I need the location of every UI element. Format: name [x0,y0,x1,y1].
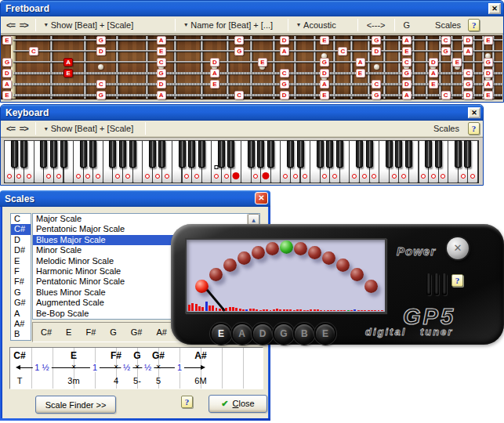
black-key[interactable] [158,140,165,168]
black-key[interactable] [425,140,432,168]
fret-note[interactable]: D [372,47,381,56]
root-note-item[interactable]: A# [11,319,31,329]
fret-note[interactable]: C [441,91,451,99]
fret-note[interactable]: C [402,58,412,67]
back-button[interactable]: <= [4,19,17,31]
fret-note[interactable]: E [402,47,412,56]
fret-note[interactable]: C [234,91,244,99]
fret-note[interactable]: E [484,91,493,99]
fret-note[interactable]: E [63,69,73,78]
fret-note[interactable]: C [157,58,166,67]
fret-note[interactable]: A [210,69,219,78]
fret-note[interactable]: G [320,58,329,67]
fret-note[interactable]: A [157,36,166,45]
black-key[interactable] [11,140,18,168]
fret-note[interactable]: G [372,36,381,45]
fret-note[interactable]: E [429,80,438,89]
fret-note[interactable]: A [402,91,412,99]
string-button-b[interactable]: B [295,324,314,343]
root-note-list[interactable]: CC#DD#EFF#GG#AA#B [10,213,31,341]
root-note-item[interactable]: C [11,214,31,224]
scales-close-icon[interactable]: ✕ [255,192,268,204]
black-key[interactable] [198,140,205,168]
show-menu-button[interactable]: ▾ Show [Beat] + [Scale] [41,19,138,31]
fret-note[interactable]: G [484,58,493,67]
black-key[interactable] [109,140,116,168]
fret-note[interactable]: G [441,47,451,56]
black-key[interactable] [89,140,96,168]
help-icon[interactable]: ? [468,122,480,135]
close-button[interactable]: ✔Close [208,395,267,413]
root-note-item[interactable]: G [11,287,31,298]
fret-note[interactable]: C [280,69,289,78]
fret-note[interactable]: D [280,36,289,45]
scales-link[interactable]: Scales [431,19,465,31]
fret-note[interactable]: A [463,47,473,56]
help-icon[interactable]: ? [181,396,193,408]
fret-note[interactable]: D [280,91,289,99]
black-key[interactable] [326,140,333,168]
fret-note[interactable]: A [63,58,73,67]
black-key[interactable] [248,140,255,168]
fret-note[interactable]: E [157,47,166,56]
black-key[interactable] [188,140,195,168]
fret-note[interactable]: E [320,91,329,99]
tuner-close-button[interactable]: ✕ [447,237,469,259]
fret-note[interactable]: G [463,80,473,89]
forward-button[interactable]: => [17,122,31,135]
keyboard-close-icon[interactable]: ✕ [468,107,480,118]
fret-note[interactable]: A [484,80,493,89]
black-key[interactable] [60,140,67,168]
fret-note[interactable]: A [402,36,412,45]
string-button-g[interactable]: G [274,324,293,343]
scale-finder-button[interactable]: Scale Finder >> [35,396,116,414]
fret-note[interactable]: G [280,80,289,89]
black-key[interactable] [218,140,225,168]
black-key[interactable] [297,140,304,168]
fret-note[interactable]: A [280,47,289,56]
fret-note[interactable]: A [320,80,329,89]
fret-note[interactable]: C [338,47,347,56]
black-key[interactable] [40,140,47,168]
black-key[interactable] [129,140,136,168]
scales-link[interactable]: Scales [430,122,463,135]
fret-note[interactable]: A [157,91,166,99]
name-menu-button[interactable]: ▾ Name for [Beat] + [...] [180,19,277,31]
back-button[interactable]: <= [4,122,17,135]
root-note-item[interactable]: C# [11,224,31,234]
root-note-item[interactable]: A [11,309,31,319]
fret-note[interactable]: G [96,36,106,45]
fret-note[interactable]: E [258,58,267,67]
string-button-d[interactable]: D [253,324,272,343]
fret-note[interactable]: D [210,58,219,67]
fret-note[interactable]: G [402,69,412,78]
black-key[interactable] [267,140,274,168]
fret-note[interactable]: G [2,58,12,67]
black-key[interactable] [435,140,442,168]
fret-note[interactable]: E [320,36,329,45]
fret-note[interactable]: E [356,69,365,78]
root-note-item[interactable]: D [11,235,31,245]
fret-note[interactable]: C [463,69,473,78]
fret-note[interactable]: D [429,58,438,67]
black-key[interactable] [395,140,402,168]
help-icon[interactable]: ? [451,274,463,287]
fret-note[interactable]: D [157,80,166,89]
black-key[interactable] [464,140,471,168]
fret-note[interactable]: A [2,80,12,89]
black-key[interactable] [227,140,234,168]
black-key[interactable] [50,140,57,168]
black-key[interactable] [405,140,412,168]
root-note-item[interactable]: F [11,266,31,277]
fret-note[interactable]: G [372,91,381,99]
black-key[interactable] [317,140,324,168]
show-menu-button[interactable]: ▾ Show [Beat] + [Scale] [41,122,138,135]
black-key[interactable] [119,140,126,168]
fret-note[interactable]: D [484,69,493,78]
fret-note[interactable]: E [2,91,12,99]
black-key[interactable] [80,140,87,168]
fret-note[interactable]: E [484,36,493,45]
string-button-a[interactable]: A [233,324,252,343]
root-note-item[interactable]: B [11,329,31,339]
fret-note[interactable]: A [429,69,438,78]
